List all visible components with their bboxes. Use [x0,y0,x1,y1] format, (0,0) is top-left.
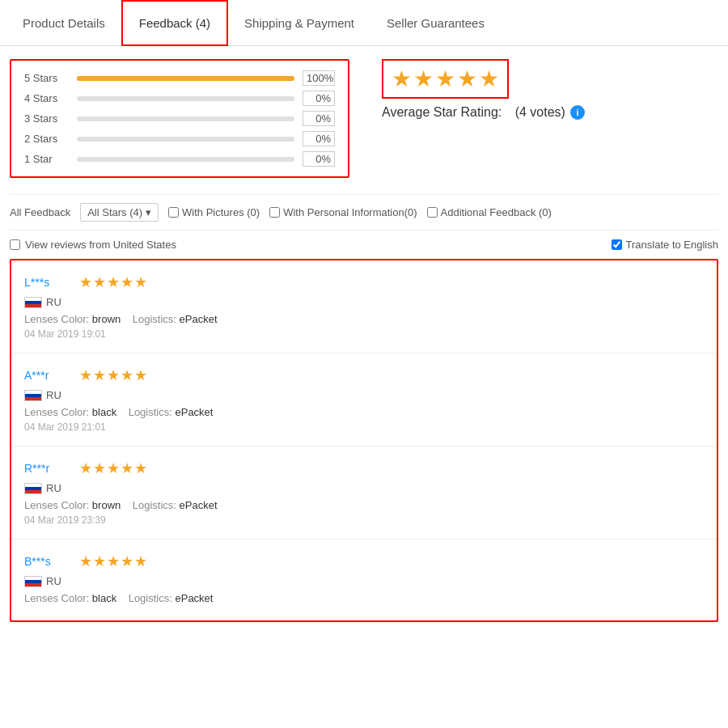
star-label-1: 5 Stars [24,72,69,84]
flag-icon [24,297,42,308]
review-meta: Lenses Color: black Logistics: ePacket [24,592,704,604]
review-star: ★ [107,366,120,384]
reviewer-country: RU [24,389,704,401]
additional-feedback-checkbox[interactable]: Additional Feedback (0) [427,206,552,218]
all-feedback-btn[interactable]: All Feedback [10,206,70,218]
review-star: ★ [134,366,147,384]
country-label: RU [46,482,61,494]
review-stars: ★★★★★ [79,552,147,570]
star-bars-box: 5 Stars 100% 4 Stars 0% 3 Stars 0% 2 Sta… [10,59,349,178]
country-label: RU [46,575,61,587]
review-stars: ★★★★★ [79,459,147,477]
avg-stars: ★ ★ ★ ★ ★ [392,66,499,92]
country-label: RU [46,296,61,308]
review-meta: Lenses Color: brown Logistics: ePacket [24,313,704,325]
content-area: 5 Stars 100% 4 Stars 0% 3 Stars 0% 2 Sta… [0,46,728,635]
review-star: ★ [107,552,120,570]
review-star: ★ [121,366,133,384]
with-personal-info-checkbox[interactable]: With Personal Information(0) [269,206,417,218]
review-star: ★ [79,459,92,477]
lenses-color-label: Lenses Color: [24,499,89,511]
review-star: ★ [121,552,133,570]
bar-pct-2: 0% [303,91,335,106]
table-row: B***s ★★★★★ RU Lenses Color: black Logis… [11,540,717,620]
reviews-list: L***s ★★★★★ RU Lenses Color: brown Logis… [10,259,718,622]
review-date: 04 Mar 2019 23:39 [24,514,704,526]
translate-checkbox[interactable]: Translate to English [612,239,718,251]
flag-icon [24,576,42,587]
review-header-3: B***s ★★★★★ [24,552,704,570]
review-star: ★ [107,459,120,477]
avg-star-1: ★ [392,66,412,92]
logistics-label: Logistics: [129,592,172,604]
logistics-label: Logistics: [133,313,176,325]
avg-label: Average Star Rating: [382,105,502,120]
flag-icon [24,390,42,401]
review-meta: Lenses Color: black Logistics: ePacket [24,406,704,418]
tabs-bar: Product Details Feedback (4) Shipping & … [0,0,728,46]
view-row: View reviews from United States Translat… [10,231,718,259]
avg-rating-section: ★ ★ ★ ★ ★ Average Star Rating: (4 votes)… [382,59,718,120]
table-row: A***r ★★★★★ RU Lenses Color: black Logis… [11,353,717,447]
review-star: ★ [93,273,106,291]
logistics-value: ePacket [175,592,213,604]
star-label-2: 4 Stars [24,92,69,104]
avg-votes: (4 votes) [515,105,565,120]
review-star: ★ [134,552,147,570]
info-icon[interactable]: i [570,105,585,120]
star-label-4: 2 Stars [24,133,69,145]
tab-feedback[interactable]: Feedback (4) [121,0,228,46]
bar-fill-1 [77,76,294,81]
table-row: L***s ★★★★★ RU Lenses Color: brown Logis… [11,260,717,353]
country-label: RU [46,389,61,401]
review-star: ★ [134,273,147,291]
reviewer-country: RU [24,296,704,308]
star-label-3: 3 Stars [24,112,69,125]
avg-star-2: ★ [413,66,434,92]
lenses-color-label: Lenses Color: [24,406,89,418]
lenses-color-label: Lenses Color: [24,313,89,325]
tab-product-details[interactable]: Product Details [6,0,121,45]
lenses-color-value: black [92,592,116,604]
bar-pct-4: 0% [303,131,335,146]
avg-star-3: ★ [435,66,455,92]
star-row-5: 1 Star 0% [24,151,335,167]
review-star: ★ [93,366,106,384]
lenses-color-value: brown [92,313,121,325]
flag-icon [24,483,42,494]
avg-star-4: ★ [457,66,477,92]
with-pictures-checkbox[interactable]: With Pictures (0) [168,206,260,218]
avg-rating-text: Average Star Rating: (4 votes) i [382,105,718,120]
tab-shipping[interactable]: Shipping & Payment [228,0,370,45]
all-stars-dropdown[interactable]: All Stars (4) ▾ [80,203,159,222]
review-meta: Lenses Color: brown Logistics: ePacket [24,499,704,511]
logistics-value: ePacket [180,499,218,511]
star-label-5: 1 Star [24,153,69,165]
table-row: R***r ★★★★★ RU Lenses Color: brown Logis… [11,447,717,540]
bar-track-1 [77,76,294,81]
logistics-value: ePacket [175,406,213,418]
star-row-3: 3 Stars 0% [24,111,335,126]
chevron-down-icon: ▾ [146,206,151,218]
star-row-4: 2 Stars 0% [24,131,335,146]
bar-track-2 [77,96,294,101]
review-star: ★ [79,273,92,291]
avg-star-5: ★ [479,66,499,92]
review-star: ★ [93,552,106,570]
review-header-1: A***r ★★★★★ [24,366,704,384]
logistics-label: Logistics: [133,499,176,511]
lenses-color-value: brown [92,499,121,511]
star-row-1: 5 Stars 100% [24,70,335,86]
lenses-color-value: black [92,406,116,418]
review-star: ★ [121,273,133,291]
view-us-reviews-checkbox[interactable]: View reviews from United States [10,239,176,251]
bar-pct-1: 100% [303,70,335,86]
reviewer-country: RU [24,482,704,494]
reviewer-country: RU [24,575,704,587]
review-star: ★ [79,552,92,570]
review-date: 04 Mar 2019 21:01 [24,421,704,433]
review-star: ★ [121,459,133,477]
tab-seller[interactable]: Seller Guarantees [370,0,501,45]
star-row-2: 4 Stars 0% [24,91,335,106]
translate-section: Translate to English [612,239,718,251]
